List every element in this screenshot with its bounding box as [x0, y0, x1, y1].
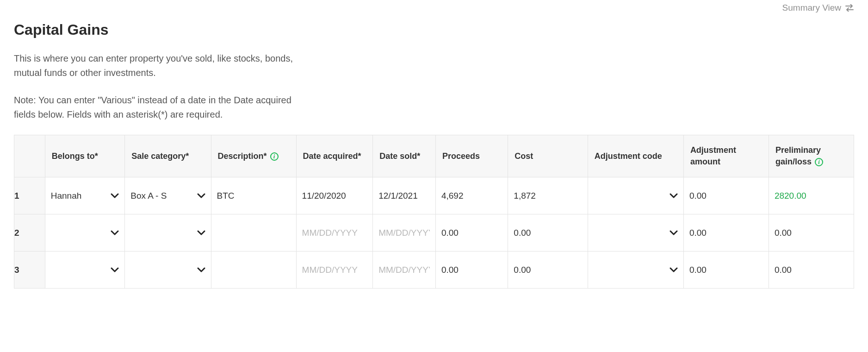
intro-paragraph-1: This is where you can enter property you… [14, 51, 301, 80]
date-acquired-input[interactable] [302, 191, 367, 201]
swap-icon [845, 4, 854, 12]
date-sold-input[interactable] [378, 228, 430, 238]
chevron-down-icon [670, 267, 678, 273]
info-icon[interactable]: i [815, 158, 823, 166]
proceeds-input[interactable] [441, 191, 502, 201]
description-input[interactable] [217, 228, 291, 238]
select-value: Box A - S [130, 191, 167, 201]
belongs-to-select[interactable]: Hannah [45, 177, 125, 214]
chevron-down-icon [111, 267, 119, 273]
col-header-belongs-to: Belongs to* [45, 135, 125, 177]
info-icon[interactable]: i [270, 152, 279, 161]
table-row: 1Hannah Box A - S 2820.00 [14, 177, 854, 214]
adjustment-code-select[interactable] [588, 251, 683, 288]
cost-input[interactable] [514, 228, 582, 238]
prelim-gain-loss-value: 2820.00 [775, 191, 806, 201]
sale-category-select[interactable] [125, 251, 211, 288]
table-row: 2 0.00 [14, 214, 854, 251]
col-header-date-sold: Date sold* [373, 135, 436, 177]
summary-view-label: Summary View [782, 3, 841, 13]
page-title: Capital Gains [14, 21, 854, 38]
date-sold-input[interactable] [378, 191, 430, 201]
chevron-down-icon [111, 230, 119, 236]
chevron-down-icon [197, 267, 205, 273]
select-value: Hannah [51, 191, 82, 201]
chevron-down-icon [197, 193, 205, 199]
date-acquired-input[interactable] [302, 265, 367, 275]
belongs-to-select[interactable] [45, 251, 125, 288]
table-header-row: Belongs to* Sale category* Description* … [14, 135, 854, 177]
prelim-gain-loss-value: 0.00 [775, 228, 792, 238]
col-header-prelim-gain-loss: Preliminary gain/loss i [769, 135, 854, 177]
col-header-adjustment-amount: Adjustment amount [683, 135, 769, 177]
proceeds-input[interactable] [441, 265, 502, 275]
chevron-down-icon [670, 230, 678, 236]
sale-category-select[interactable]: Box A - S [125, 177, 211, 214]
chevron-down-icon [197, 230, 205, 236]
adjustment-code-select[interactable] [588, 177, 683, 214]
row-number: 2 [14, 214, 45, 251]
table-row: 3 0.00 [14, 251, 854, 289]
row-number: 3 [14, 251, 45, 289]
adjustment-code-select[interactable] [588, 214, 683, 251]
intro-text: This is where you can enter property you… [14, 51, 301, 122]
col-header-cost: Cost [508, 135, 588, 177]
cost-input[interactable] [514, 265, 582, 275]
adjustment-amount-input[interactable] [689, 191, 763, 201]
date-acquired-input[interactable] [302, 228, 367, 238]
belongs-to-select[interactable] [45, 214, 125, 251]
col-header-proceeds: Proceeds [435, 135, 508, 177]
col-header-adjustment-code: Adjustment code [588, 135, 683, 177]
adjustment-amount-input[interactable] [689, 265, 763, 275]
row-number: 1 [14, 177, 45, 214]
adjustment-amount-input[interactable] [689, 228, 763, 238]
chevron-down-icon [111, 193, 119, 199]
col-header-description: Description* i [211, 135, 296, 177]
chevron-down-icon [670, 193, 678, 199]
sale-category-select[interactable] [125, 214, 211, 251]
description-input[interactable] [217, 265, 291, 275]
col-header-date-acquired: Date acquired* [296, 135, 373, 177]
description-input[interactable] [217, 191, 291, 201]
intro-paragraph-2: Note: You can enter "Various" instead of… [14, 93, 301, 122]
proceeds-input[interactable] [441, 228, 502, 238]
prelim-gain-loss-value: 0.00 [775, 265, 792, 275]
col-header-sale-category: Sale category* [125, 135, 211, 177]
col-header-rownum [14, 135, 45, 177]
date-sold-input[interactable] [378, 265, 430, 275]
summary-view-toggle[interactable]: Summary View [782, 3, 854, 13]
capital-gains-table: Belongs to* Sale category* Description* … [14, 135, 854, 289]
cost-input[interactable] [514, 191, 582, 201]
